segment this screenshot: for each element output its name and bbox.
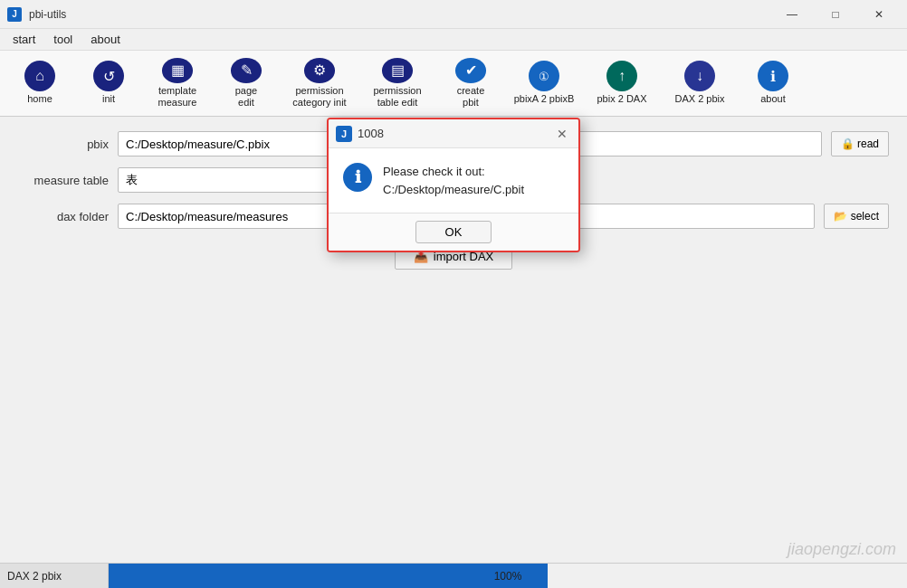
progress-container: 100% xyxy=(109,564,907,588)
toolbar-btn-permission-cat[interactable]: ⚙ permission category init xyxy=(282,54,357,112)
permission-table-label: permission table edit xyxy=(373,85,421,109)
dax2pbix-icon: ↓ xyxy=(684,61,715,91)
permission-table-icon: ▤ xyxy=(382,58,413,83)
toolbar-btn-template-measure[interactable]: ▦ template measure xyxy=(145,54,210,112)
menu-start[interactable]: start xyxy=(4,31,44,48)
dialog-title: 1008 xyxy=(358,127,553,140)
read-button[interactable]: 🔒 read xyxy=(831,131,889,156)
status-label: DAX 2 pbix xyxy=(0,564,109,588)
about-label: about xyxy=(760,93,786,105)
toolbar: ⌂ home ↺ init ▦ template measure ✎ page … xyxy=(0,51,907,117)
dialog-body: ℹ Please check it out: C:/Desktop/measur… xyxy=(329,148,578,213)
menu-tool[interactable]: tool xyxy=(44,31,81,48)
app-icon: J xyxy=(7,7,22,22)
minimize-button[interactable]: — xyxy=(771,0,813,29)
close-button[interactable]: ✕ xyxy=(858,0,900,29)
about-icon: ℹ xyxy=(758,61,788,91)
pbix2dax-label: pbix 2 DAX xyxy=(597,93,646,105)
progress-text: 100% xyxy=(109,570,907,583)
toolbar-btn-pbix2dax[interactable]: ↑ pbix 2 DAX xyxy=(585,54,659,112)
dax2pbix-label: DAX 2 pbix xyxy=(674,93,724,105)
permission-cat-icon: ⚙ xyxy=(304,58,335,83)
pbix-label: pbix xyxy=(18,138,109,151)
home-icon: ⌂ xyxy=(24,61,55,91)
maximize-button[interactable]: □ xyxy=(815,0,856,29)
dax-folder-label: dax folder xyxy=(18,210,109,223)
app-title: pbi-utils xyxy=(29,8,771,21)
menu-about[interactable]: about xyxy=(81,31,129,48)
toolbar-btn-pbix2pbix[interactable]: ① pbixA 2 pbixB xyxy=(507,54,581,112)
status-bar: DAX 2 pbix 100% xyxy=(0,563,907,588)
dialog-message: Please check it out: C:/Desktop/measure/… xyxy=(383,163,524,198)
toolbar-btn-page-edit[interactable]: ✎ page edit xyxy=(214,54,279,112)
dialog-title-bar: J 1008 ✕ xyxy=(329,119,578,148)
init-icon: ↺ xyxy=(93,61,124,91)
init-label: init xyxy=(102,93,115,105)
template-measure-icon: ▦ xyxy=(162,58,193,83)
pbix2pbix-label: pbixA 2 pbixB xyxy=(514,93,575,105)
create-pbit-icon: ✔ xyxy=(455,58,486,83)
dialog-footer: OK xyxy=(329,213,578,251)
toolbar-btn-init[interactable]: ↺ init xyxy=(76,54,141,112)
page-edit-icon: ✎ xyxy=(231,58,262,83)
toolbar-btn-about[interactable]: ℹ about xyxy=(740,54,806,112)
dialog-close-button[interactable]: ✕ xyxy=(553,125,571,143)
title-bar: J pbi-utils — □ ✕ xyxy=(0,0,907,29)
pbix2pbix-icon: ① xyxy=(529,61,559,91)
measure-table-label: measure table xyxy=(18,174,109,187)
toolbar-btn-dax2pbix[interactable]: ↓ DAX 2 pbix xyxy=(663,54,737,112)
toolbar-btn-home[interactable]: ⌂ home xyxy=(7,54,72,112)
page-edit-label: page edit xyxy=(235,85,257,109)
toolbar-btn-create-pbit[interactable]: ✔ create pbit xyxy=(438,54,503,112)
window-controls: — □ ✕ xyxy=(771,0,900,29)
create-pbit-label: create pbit xyxy=(457,85,485,109)
template-measure-label: template measure xyxy=(158,85,197,109)
permission-cat-label: permission category init xyxy=(292,85,346,109)
dialog-app-icon: J xyxy=(336,126,352,142)
select-button[interactable]: 📂 select xyxy=(824,204,889,229)
dialog-message-line1: Please check it out: xyxy=(383,163,524,181)
dialog-ok-button[interactable]: OK xyxy=(415,221,492,243)
pbix2dax-icon: ↑ xyxy=(606,61,637,91)
dialog-info-icon: ℹ xyxy=(343,163,372,192)
menu-bar: start tool about xyxy=(0,29,907,51)
watermark: jiaopengzi.com xyxy=(788,540,896,559)
dialog: J 1008 ✕ ℹ Please check it out: C:/Deskt… xyxy=(327,118,580,252)
home-label: home xyxy=(27,93,53,105)
dialog-message-line2: C:/Desktop/measure/C.pbit xyxy=(383,181,524,199)
toolbar-btn-permission-table[interactable]: ▤ permission table edit xyxy=(360,54,434,112)
